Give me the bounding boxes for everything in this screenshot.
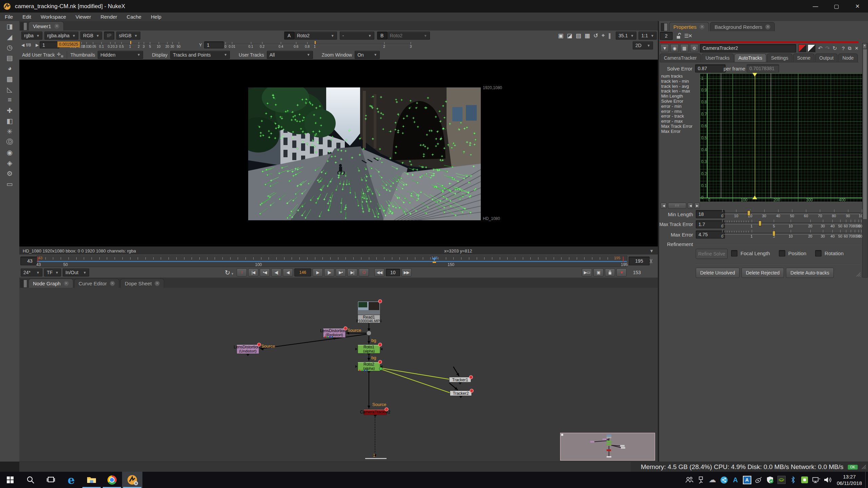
keyer-icon[interactable]: ◺: [0, 84, 19, 95]
node-color-swatch[interactable]: [798, 44, 806, 52]
input-process-toggle[interactable]: IP: [104, 32, 114, 40]
close-icon[interactable]: ✕: [699, 24, 705, 29]
tab-node[interactable]: Node: [838, 54, 857, 62]
checkbox-position[interactable]: [779, 250, 785, 257]
node-lensdistortion1[interactable]: LensDistortion1(Redistort): [320, 327, 349, 340]
search-icon[interactable]: [20, 472, 41, 488]
min-length-field[interactable]: 18: [696, 210, 725, 218]
stat-item[interactable]: Solve Error: [661, 99, 698, 104]
user-tracks-dropdown[interactable]: All▼: [267, 51, 313, 59]
menu-edit[interactable]: Edit: [18, 13, 36, 21]
skip-forward-button[interactable]: ▶▶: [401, 268, 412, 277]
stat-item[interactable]: Max Track Error: [661, 124, 698, 129]
close-icon[interactable]: ✕: [54, 24, 59, 29]
menu-help[interactable]: Help: [146, 13, 166, 21]
tab-viewer1[interactable]: Viewer1 ✕: [28, 21, 64, 30]
redo-icon[interactable]: ↷: [825, 45, 830, 52]
delete-rejected-button[interactable]: Delete Rejected: [742, 268, 784, 278]
channel-icon[interactable]: ▤: [0, 53, 19, 63]
checker-icon[interactable]: ▦: [585, 32, 590, 39]
menu-cache[interactable]: Cache: [122, 13, 146, 21]
defender-icon[interactable]: [764, 472, 776, 488]
node-graph-minimap[interactable]: [560, 433, 655, 461]
close-panel-icon[interactable]: ✕: [855, 46, 859, 51]
gain-input[interactable]: 1: [40, 41, 59, 48]
solve-error-field[interactable]: 0.87: [695, 64, 726, 73]
node-cameratracker2[interactable]: CameraTracker2: [360, 408, 391, 417]
revert-icon[interactable]: ↻: [832, 45, 837, 52]
particles-icon[interactable]: ✳: [0, 126, 19, 137]
tab-usertracks[interactable]: UserTracks: [702, 54, 734, 62]
timeline-collapse-icon[interactable]: ⊻: [649, 258, 653, 264]
step-forward-button[interactable]: |▶: [324, 268, 334, 277]
viewer-canvas[interactable]: 1920,1080 HD_1080: [19, 60, 658, 246]
add-track-icon[interactable]: ✛⊞: [57, 52, 63, 58]
tab-output[interactable]: Output: [815, 54, 837, 62]
file-explorer-icon[interactable]: [81, 472, 102, 488]
in-point-button[interactable]: I: [237, 268, 247, 277]
panel-resize-grip[interactable]: [855, 271, 861, 277]
menu-render[interactable]: Render: [96, 13, 122, 21]
max-panels-field[interactable]: 2: [660, 32, 673, 40]
node-graph-canvas[interactable]: 1SourceSourcebgbgSourceRead1P1000046.MP4…: [19, 288, 658, 462]
play-backward-button[interactable]: ◀: [283, 268, 293, 277]
stat-item[interactable]: Max Error: [661, 129, 698, 134]
min-length-slider[interactable]: 0102030405060708090100: [722, 209, 862, 219]
scroll-left2-button[interactable]: ◀: [688, 203, 693, 209]
tf-dropdown[interactable]: TF▼: [44, 268, 61, 277]
merge-icon[interactable]: ≡: [0, 95, 19, 105]
out-point-button[interactable]: O: [359, 268, 369, 277]
time-icon[interactable]: ◷: [0, 42, 19, 53]
a-buffer-dropdown[interactable]: Roto2▼: [294, 32, 337, 40]
resize-grip-icon[interactable]: [861, 464, 867, 470]
tab-curve-editor[interactable]: Curve Editor✕: [74, 279, 119, 288]
skip-amount-field[interactable]: 10: [386, 269, 400, 276]
filter-icon[interactable]: ▩: [0, 74, 19, 84]
stat-item[interactable]: error - rms: [661, 109, 698, 114]
menu-file[interactable]: File: [0, 13, 18, 21]
green-app-icon[interactable]: [799, 472, 810, 488]
metadata-icon[interactable]: ◈: [0, 158, 19, 168]
node-name-field[interactable]: CameraTracker2: [700, 44, 796, 53]
zoom-level-dropdown[interactable]: 35.1▼: [616, 32, 636, 40]
minimize-button[interactable]: —: [805, 0, 826, 13]
network-icon[interactable]: [810, 472, 822, 488]
max-track-error-slider[interactable]: 015102030405060708090100: [722, 219, 862, 229]
checkbox-rotation[interactable]: [815, 250, 822, 257]
onedrive-icon[interactable]: ☁: [707, 472, 718, 488]
nvidia-icon[interactable]: [776, 472, 787, 488]
undo-icon[interactable]: ↶: [818, 45, 823, 52]
goto-end-button[interactable]: ▶|: [347, 268, 357, 277]
current-frame-display[interactable]: 146: [294, 268, 311, 277]
stack-icon[interactable]: ▤: [576, 32, 581, 39]
draw-icon[interactable]: ◢: [0, 32, 19, 42]
roi-icon[interactable]: ⌖: [601, 32, 605, 39]
people-icon[interactable]: [684, 472, 695, 488]
toolsets-icon[interactable]: ⚙: [0, 168, 19, 179]
volume-icon[interactable]: [822, 472, 833, 488]
autodesk-icon[interactable]: A: [730, 472, 741, 488]
close-icon[interactable]: ✕: [110, 281, 115, 286]
color-icon[interactable]: ◕: [0, 63, 19, 74]
slider-handle[interactable]: [758, 221, 762, 226]
b-buffer-dropdown[interactable]: Roto2▼: [387, 32, 430, 40]
prev-fstop-icon[interactable]: ◀: [21, 43, 24, 47]
chrome-icon[interactable]: [102, 472, 122, 488]
taskbar-clock[interactable]: 13:27 06/11/2018: [837, 473, 862, 486]
close-icon[interactable]: ✕: [155, 281, 160, 286]
help-icon[interactable]: ?: [842, 45, 845, 51]
stat-item[interactable]: error - track: [661, 114, 698, 119]
wipe-mode-dropdown[interactable]: -▼: [340, 32, 374, 40]
node-read1[interactable]: Read1P1000046.MP4: [356, 300, 382, 323]
timeline-ruler[interactable]: 431954350100150195146: [37, 256, 627, 267]
max-error-slider[interactable]: 015102030405060708090100: [722, 229, 862, 239]
tab-node-graph[interactable]: Node Graph✕: [28, 279, 73, 288]
gain-slider[interactable]: 0.010.020.030.050.10.20.30.5123510203050: [73, 41, 180, 49]
gamma-input[interactable]: 1: [204, 41, 224, 48]
node-lensdistortion3[interactable]: LensDistortion3(Undistort): [234, 343, 262, 356]
wrench-icon[interactable]: ⚙: [690, 44, 698, 52]
views-icon[interactable]: ◉: [0, 147, 19, 158]
play-forward-button[interactable]: ▶: [313, 268, 323, 277]
share-icon[interactable]: [718, 472, 730, 488]
next-fstop-icon[interactable]: ▶: [36, 43, 39, 47]
